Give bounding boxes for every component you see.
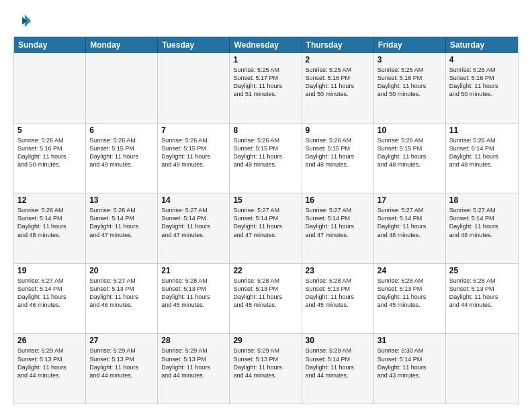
page: SundayMondayTuesdayWednesdayThursdayFrid… xyxy=(0,0,532,411)
day-number: 20 xyxy=(89,266,154,275)
cell-info: Sunrise: 5:28 AM Sunset: 5:13 PM Dayligh… xyxy=(233,277,298,310)
day-number: 24 xyxy=(378,266,442,275)
cell-info: Sunrise: 5:28 AM Sunset: 5:13 PM Dayligh… xyxy=(378,277,442,310)
calendar-row: 12Sunrise: 5:26 AM Sunset: 5:14 PM Dayli… xyxy=(14,193,518,263)
calendar-cell: 30Sunrise: 5:29 AM Sunset: 5:14 PM Dayli… xyxy=(302,334,374,404)
calendar-cell: 29Sunrise: 5:29 AM Sunset: 5:13 PM Dayli… xyxy=(230,334,302,404)
calendar-row: 1Sunrise: 5:25 AM Sunset: 5:17 PM Daylig… xyxy=(14,53,518,123)
calendar-row: 5Sunrise: 5:26 AM Sunset: 5:16 PM Daylig… xyxy=(14,123,518,193)
cell-info: Sunrise: 5:26 AM Sunset: 5:14 PM Dayligh… xyxy=(17,206,82,239)
calendar-header: SundayMondayTuesdayWednesdayThursdayFrid… xyxy=(14,37,518,53)
cell-info: Sunrise: 5:29 AM Sunset: 5:13 PM Dayligh… xyxy=(89,347,154,379)
calendar-cell xyxy=(14,53,86,123)
cell-info: Sunrise: 5:27 AM Sunset: 5:14 PM Dayligh… xyxy=(306,206,370,239)
weekday-header-sunday: Sunday xyxy=(14,37,86,53)
calendar-cell: 25Sunrise: 5:28 AM Sunset: 5:13 PM Dayli… xyxy=(446,264,518,334)
cell-info: Sunrise: 5:27 AM Sunset: 5:13 PM Dayligh… xyxy=(89,277,154,310)
calendar-cell: 5Sunrise: 5:26 AM Sunset: 5:16 PM Daylig… xyxy=(14,124,86,193)
logo xyxy=(13,12,35,31)
calendar-cell: 13Sunrise: 5:26 AM Sunset: 5:14 PM Dayli… xyxy=(86,193,158,263)
calendar-cell: 7Sunrise: 5:26 AM Sunset: 5:15 PM Daylig… xyxy=(158,124,230,193)
cell-info: Sunrise: 5:27 AM Sunset: 5:14 PM Dayligh… xyxy=(449,206,515,239)
day-number: 29 xyxy=(233,336,298,345)
day-number: 26 xyxy=(17,336,82,345)
day-number: 4 xyxy=(449,55,515,64)
day-number: 28 xyxy=(161,336,226,345)
cell-info: Sunrise: 5:29 AM Sunset: 5:14 PM Dayligh… xyxy=(306,347,370,379)
calendar-row: 26Sunrise: 5:29 AM Sunset: 5:13 PM Dayli… xyxy=(14,333,518,404)
calendar-cell: 18Sunrise: 5:27 AM Sunset: 5:14 PM Dayli… xyxy=(446,193,518,263)
cell-info: Sunrise: 5:26 AM Sunset: 5:15 PM Dayligh… xyxy=(233,136,298,169)
day-number: 12 xyxy=(17,195,82,205)
cell-info: Sunrise: 5:30 AM Sunset: 5:14 PM Dayligh… xyxy=(378,347,442,379)
weekday-header-monday: Monday xyxy=(86,37,158,53)
day-number: 27 xyxy=(89,336,154,345)
day-number: 15 xyxy=(233,195,298,205)
cell-info: Sunrise: 5:28 AM Sunset: 5:13 PM Dayligh… xyxy=(449,277,515,310)
cell-info: Sunrise: 5:27 AM Sunset: 5:14 PM Dayligh… xyxy=(233,206,298,239)
day-number: 13 xyxy=(89,195,154,205)
day-number: 8 xyxy=(233,126,298,135)
calendar: SundayMondayTuesdayWednesdayThursdayFrid… xyxy=(13,36,519,404)
calendar-cell: 16Sunrise: 5:27 AM Sunset: 5:14 PM Dayli… xyxy=(302,193,374,263)
cell-info: Sunrise: 5:25 AM Sunset: 5:16 PM Dayligh… xyxy=(378,66,442,99)
weekday-header-wednesday: Wednesday xyxy=(230,37,302,53)
calendar-cell: 2Sunrise: 5:25 AM Sunset: 5:16 PM Daylig… xyxy=(302,53,374,123)
calendar-cell: 12Sunrise: 5:26 AM Sunset: 5:14 PM Dayli… xyxy=(14,193,86,263)
cell-info: Sunrise: 5:29 AM Sunset: 5:13 PM Dayligh… xyxy=(161,347,226,379)
weekday-header-saturday: Saturday xyxy=(446,37,518,53)
calendar-body: 1Sunrise: 5:25 AM Sunset: 5:17 PM Daylig… xyxy=(14,53,518,404)
weekday-header-thursday: Thursday xyxy=(302,37,374,53)
cell-info: Sunrise: 5:26 AM Sunset: 5:14 PM Dayligh… xyxy=(89,206,154,239)
day-number: 19 xyxy=(17,266,82,275)
cell-info: Sunrise: 5:29 AM Sunset: 5:13 PM Dayligh… xyxy=(233,347,298,379)
calendar-cell: 4Sunrise: 5:26 AM Sunset: 5:16 PM Daylig… xyxy=(446,53,518,123)
cell-info: Sunrise: 5:28 AM Sunset: 5:13 PM Dayligh… xyxy=(161,277,226,310)
day-number: 11 xyxy=(449,126,515,135)
cell-info: Sunrise: 5:29 AM Sunset: 5:13 PM Dayligh… xyxy=(17,347,82,379)
day-number: 1 xyxy=(233,55,298,64)
cell-info: Sunrise: 5:25 AM Sunset: 5:16 PM Dayligh… xyxy=(306,66,370,99)
day-number: 22 xyxy=(233,266,298,275)
cell-info: Sunrise: 5:27 AM Sunset: 5:14 PM Dayligh… xyxy=(378,206,442,239)
calendar-cell: 17Sunrise: 5:27 AM Sunset: 5:14 PM Dayli… xyxy=(374,193,446,263)
calendar-cell: 19Sunrise: 5:27 AM Sunset: 5:14 PM Dayli… xyxy=(14,264,86,334)
calendar-cell: 21Sunrise: 5:28 AM Sunset: 5:13 PM Dayli… xyxy=(158,264,230,334)
day-number: 6 xyxy=(89,126,154,135)
day-number: 16 xyxy=(306,195,370,205)
logo-icon xyxy=(13,12,32,31)
calendar-cell: 8Sunrise: 5:26 AM Sunset: 5:15 PM Daylig… xyxy=(230,124,302,193)
day-number: 23 xyxy=(306,266,370,275)
cell-info: Sunrise: 5:26 AM Sunset: 5:15 PM Dayligh… xyxy=(378,136,442,169)
day-number: 25 xyxy=(449,266,515,275)
day-number: 18 xyxy=(449,195,515,205)
day-number: 17 xyxy=(378,195,442,205)
weekday-header-tuesday: Tuesday xyxy=(158,37,230,53)
calendar-cell: 20Sunrise: 5:27 AM Sunset: 5:13 PM Dayli… xyxy=(86,264,158,334)
day-number: 31 xyxy=(378,336,442,345)
calendar-row: 19Sunrise: 5:27 AM Sunset: 5:14 PM Dayli… xyxy=(14,263,518,334)
cell-info: Sunrise: 5:27 AM Sunset: 5:14 PM Dayligh… xyxy=(17,277,82,310)
calendar-cell: 31Sunrise: 5:30 AM Sunset: 5:14 PM Dayli… xyxy=(374,334,446,404)
calendar-cell xyxy=(446,334,518,404)
day-number: 14 xyxy=(161,195,226,205)
cell-info: Sunrise: 5:27 AM Sunset: 5:14 PM Dayligh… xyxy=(161,206,226,239)
cell-info: Sunrise: 5:26 AM Sunset: 5:15 PM Dayligh… xyxy=(306,136,370,169)
cell-info: Sunrise: 5:25 AM Sunset: 5:17 PM Dayligh… xyxy=(233,66,298,99)
day-number: 9 xyxy=(306,126,370,135)
cell-info: Sunrise: 5:26 AM Sunset: 5:15 PM Dayligh… xyxy=(161,136,226,169)
calendar-cell: 6Sunrise: 5:26 AM Sunset: 5:15 PM Daylig… xyxy=(86,124,158,193)
calendar-cell: 22Sunrise: 5:28 AM Sunset: 5:13 PM Dayli… xyxy=(230,264,302,334)
day-number: 10 xyxy=(378,126,442,135)
calendar-cell: 10Sunrise: 5:26 AM Sunset: 5:15 PM Dayli… xyxy=(374,124,446,193)
calendar-cell xyxy=(158,53,230,123)
cell-info: Sunrise: 5:26 AM Sunset: 5:16 PM Dayligh… xyxy=(17,136,82,169)
day-number: 2 xyxy=(306,55,370,64)
cell-info: Sunrise: 5:26 AM Sunset: 5:14 PM Dayligh… xyxy=(449,136,515,169)
day-number: 30 xyxy=(306,336,370,345)
calendar-cell: 27Sunrise: 5:29 AM Sunset: 5:13 PM Dayli… xyxy=(86,334,158,404)
calendar-cell: 28Sunrise: 5:29 AM Sunset: 5:13 PM Dayli… xyxy=(158,334,230,404)
calendar-cell: 14Sunrise: 5:27 AM Sunset: 5:14 PM Dayli… xyxy=(158,193,230,263)
calendar-cell: 23Sunrise: 5:28 AM Sunset: 5:13 PM Dayli… xyxy=(302,264,374,334)
calendar-cell: 1Sunrise: 5:25 AM Sunset: 5:17 PM Daylig… xyxy=(230,53,302,123)
